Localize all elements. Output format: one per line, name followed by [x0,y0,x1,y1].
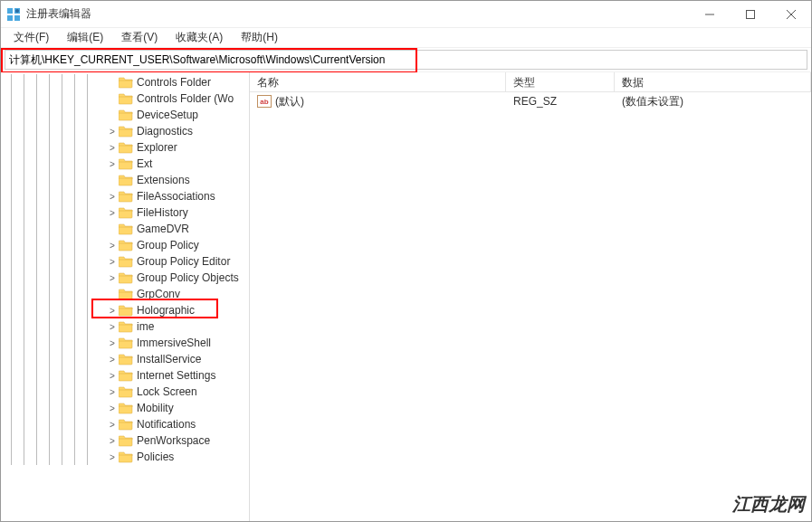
tree-indent [5,270,106,286]
expander-icon[interactable]: > [106,192,119,202]
tree-indent [5,351,106,367]
column-name[interactable]: 名称 [250,72,506,91]
menu-view[interactable]: 查看(V) [114,28,165,47]
tree-item[interactable]: >FileHistory [1,204,249,221]
expander-icon[interactable]: > [106,420,119,430]
tree-item-label: Diagnostics [137,125,193,138]
folder-icon [119,353,133,365]
tree-item[interactable]: >ImmersiveShell [1,335,249,351]
expander-icon[interactable]: > [106,355,119,365]
tree-item-label: Explorer [137,141,177,154]
tree-indent [5,335,106,351]
tree-indent [5,123,106,139]
tree-item[interactable]: >Internet Settings [1,367,249,384]
value-row[interactable]: ab(默认)REG_SZ(数值未设置) [250,92,811,110]
expander-icon[interactable]: > [106,436,119,446]
tree-indent [5,302,106,318]
maximize-button[interactable] [730,1,770,27]
tree-item-label: Group Policy [137,239,199,252]
menu-favorites[interactable]: 收藏夹(A) [168,28,230,47]
expander-icon[interactable]: > [106,159,119,169]
expander-icon[interactable]: > [106,322,119,332]
expander-icon[interactable]: > [106,241,119,251]
expander-icon[interactable]: > [106,208,119,218]
svg-rect-0 [7,8,13,14]
column-type[interactable]: 类型 [506,72,615,91]
tree-item[interactable]: DeviceSetup [1,107,249,123]
tree-item[interactable]: >PenWorkspace [1,432,249,449]
tree-item-label: Group Policy Editor [137,255,230,268]
tree-item[interactable]: >Lock Screen [1,384,249,400]
close-button[interactable] [770,1,811,27]
tree-item[interactable]: >Holographic [1,302,249,318]
tree-item[interactable]: >Group Policy [1,237,249,253]
tree-item[interactable]: >Policies [1,449,249,465]
column-data[interactable]: 数据 [615,72,811,91]
expander-icon[interactable]: > [106,143,119,153]
value-name-cell: ab(默认) [250,92,506,111]
folder-icon [119,109,133,121]
tree-indent [5,156,106,172]
tree-item-label: Ext [137,157,152,170]
tree-item-label: Extensions [137,174,190,186]
menu-edit[interactable]: 编辑(E) [60,28,110,47]
tree-item[interactable]: >Diagnostics [1,123,249,139]
expander-icon[interactable]: > [106,127,119,137]
expander-icon[interactable]: > [106,387,119,397]
tree-indent [5,286,106,302]
tree-item[interactable]: GameDVR [1,221,249,237]
tree-item-label: ime [137,320,154,333]
tree-indent [5,204,106,221]
tree-item[interactable]: >Explorer [1,139,249,156]
address-input[interactable] [5,50,807,70]
tree-item[interactable]: >ime [1,318,249,335]
folder-icon [119,288,133,300]
tree-item[interactable]: >Ext [1,156,249,172]
tree-item[interactable]: >Group Policy Editor [1,253,249,270]
tree-indent [5,384,106,400]
tree-item[interactable]: >InstallService [1,351,249,367]
expander-icon[interactable]: > [106,257,119,267]
expander-icon[interactable]: > [106,452,119,462]
tree-indent [5,367,106,384]
menu-help[interactable]: 帮助(H) [234,28,285,47]
tree-scroll[interactable]: Controls FolderControls Folder (WoDevice… [1,72,249,521]
folder-icon [119,451,133,463]
tree-indent [5,449,106,465]
menu-file[interactable]: 文件(F) [6,28,56,47]
svg-rect-3 [14,15,20,21]
folder-icon [119,92,133,105]
values-header: 名称 类型 数据 [250,72,811,92]
tree-item[interactable]: >FileAssociations [1,188,249,204]
folder-icon [119,271,133,284]
tree-item-label: Mobility [137,402,174,414]
folder-icon [119,255,133,268]
expander-icon[interactable]: > [106,273,119,283]
expander-icon[interactable]: > [106,403,119,413]
tree-item[interactable]: >Mobility [1,400,249,416]
folder-icon [119,304,133,317]
tree-indent [5,416,106,432]
expander-icon[interactable]: > [106,371,119,381]
expander-icon[interactable]: > [106,338,119,348]
tree-item-label: Holographic [137,304,195,317]
svg-rect-6 [746,10,754,18]
tree-item-label: ImmersiveShell [137,337,211,349]
tree-item[interactable]: GrpConv [1,286,249,302]
app-icon [6,7,21,22]
expander-icon[interactable]: > [106,306,119,316]
tree-indent [5,139,106,156]
tree-item[interactable]: Controls Folder [1,74,249,90]
tree-item[interactable]: Controls Folder (Wo [1,90,249,107]
tree-item[interactable]: >Notifications [1,416,249,432]
folder-icon [119,369,133,382]
content-area: Controls FolderControls Folder (WoDevice… [1,72,811,521]
folder-icon [119,190,133,203]
tree-item[interactable]: >Group Policy Objects [1,270,249,286]
minimize-button[interactable] [689,1,730,27]
tree-indent [5,90,106,107]
folder-icon [119,206,133,219]
values-pane: 名称 类型 数据 ab(默认)REG_SZ(数值未设置) [250,72,811,521]
tree-item[interactable]: Extensions [1,172,249,188]
value-type-cell: REG_SZ [506,93,615,109]
